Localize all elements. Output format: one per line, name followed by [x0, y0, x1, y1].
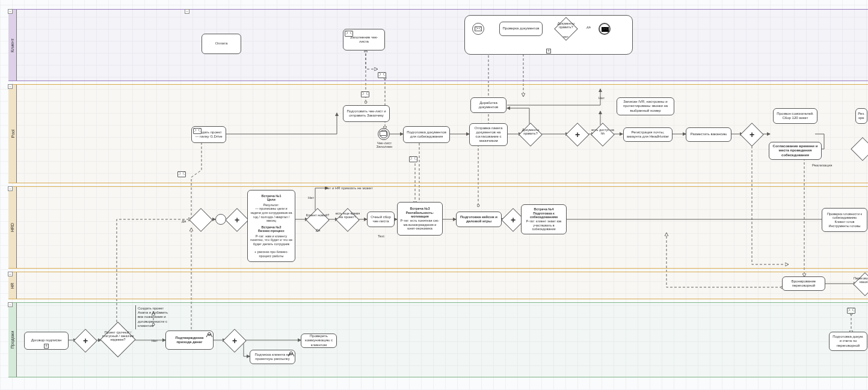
lane-label-hrd: HRD	[10, 223, 14, 232]
task-meeting-4[interactable]: Встреча №4 Подготовка к собеседованиям Р…	[521, 204, 567, 234]
label: Подготовка документов для собеседования	[406, 130, 447, 139]
task-prepare-checklist[interactable]: Подготовить чек-лист и отправить Заказчи…	[343, 105, 390, 122]
meet2-title: Встреча №2 Бизнес-процесс	[258, 225, 285, 233]
task-phone-applicants[interactable]: Прозвон соискателей. Сбор 120 анкет	[773, 108, 817, 124]
task-collect-checklist[interactable]: Очный сбор чек-листа	[367, 212, 395, 227]
label: Проверка готовности к собеседованию Клие…	[825, 212, 864, 228]
task-reg-mail[interactable]: Регистрация почты, аккаунта для HeadHunt…	[623, 127, 673, 142]
task-meeting-3[interactable]: Встреча №3 Рентабельность-мотивация Р-та…	[397, 202, 443, 236]
label: Подготовить чек-лист и отправить Заказчи…	[346, 109, 387, 118]
task-prep-invoice[interactable]: Подготовка докум. и счета по переговорно…	[829, 332, 867, 351]
flow-label-da2: Да	[316, 228, 320, 232]
task-fill-checklist[interactable]: Заполнение чек-листа	[343, 29, 385, 50]
lane-header-client[interactable]: Клиент	[8, 10, 17, 81]
task-res[interactable]: Рез. кре	[855, 108, 867, 124]
flow-label-da: Да	[182, 219, 186, 223]
event-label: Чек-лист Заполнен	[373, 141, 396, 148]
label: Создать проект Asana и Добавить все поже…	[138, 306, 168, 328]
meet2-body: Р-тат: нам и клиенту понятно, что будет …	[250, 234, 292, 258]
task-prep-docs[interactable]: Подготовка документов для собеседования	[403, 126, 450, 143]
task-prep-cases[interactable]: Подготовка кейсов и деловой игры	[456, 212, 502, 227]
label: Договор подписан	[31, 338, 62, 343]
meet4-body: Р-тат: клиент знает как участвовать в со…	[524, 219, 564, 231]
flow-label-net: Нет	[308, 196, 314, 200]
user-icon	[206, 332, 211, 337]
lane-label-hr: HR	[10, 282, 14, 288]
label: Оплата	[215, 41, 228, 46]
message-icon	[345, 31, 353, 37]
lane-header-hrd[interactable]: HRD	[8, 187, 17, 268]
task-post-vacancy[interactable]: Разместить вакансию	[686, 127, 731, 142]
task-book-room[interactable]: Бронирование переговорной	[782, 276, 825, 291]
lane-toggle-hrd[interactable]: −	[8, 186, 13, 191]
subprocess-marker-icon: +	[546, 49, 551, 53]
flow-label-net-hr: Нет и HR приехать не может	[325, 186, 391, 190]
lane-toggle-hr[interactable]: −	[8, 272, 13, 276]
task-send-package[interactable]: Отправка пакета документов на согласован…	[469, 123, 508, 146]
plus-icon: +	[744, 127, 760, 142]
envelope-icon	[380, 131, 387, 136]
label: Отправка пакета документов на согласован…	[472, 126, 505, 144]
label: Очный сбор чек-листа	[370, 215, 392, 224]
label: Регистрация почты, аккаунта для HeadHunt…	[626, 130, 669, 139]
task-ivr[interactable]: Записан IVR, настроены и протестированы …	[617, 97, 674, 115]
label: Подготовка докум. и счета по переговорно…	[832, 335, 864, 348]
message-icon	[177, 171, 186, 177]
label: Бронирование переговорной	[785, 279, 822, 288]
plus-icon: +	[570, 127, 585, 142]
lane-label-client: Клиент	[10, 38, 14, 52]
label: Прозвон соискателей. Сбор 120 анкет	[776, 112, 814, 120]
lane-label-sales: Продажи	[10, 331, 14, 349]
task-create-project[interactable]: Создать проект — папку G.Drive	[191, 126, 226, 143]
message-icon	[193, 128, 202, 134]
lane-toggle-client[interactable]: −	[8, 9, 13, 14]
lane-header-pool[interactable]: Pool	[8, 85, 17, 183]
event-checklist[interactable]	[378, 128, 390, 140]
task-check-comm[interactable]: Проверить коммуникацию с клиентом	[301, 334, 337, 348]
task-rework-docs[interactable]: Доработка документов	[470, 97, 506, 113]
task-agree-time[interactable]: Согласование времени и места проведения …	[769, 142, 822, 160]
gateway-label-pool-docs: Документы править?	[518, 128, 543, 135]
label: Проверка документов	[503, 26, 540, 31]
meet1-body: Результат: — прописаны цели и задачи для…	[250, 203, 292, 223]
message-icon	[361, 91, 369, 97]
meet4-title: Встреча №4 Подготовка к собеседованиям	[524, 207, 564, 219]
task-payment[interactable]: Оплата	[202, 34, 241, 54]
flow-label-yes: да	[586, 25, 591, 29]
label: Записан IVR, настроены и протестированы …	[620, 100, 671, 113]
envelope-icon	[475, 26, 482, 31]
gateway-label-hh: есть доступ на hh	[591, 128, 615, 135]
task-meetings-1-2[interactable]: Встреча №1 Цели Результат: — прописаны ц…	[247, 190, 295, 262]
plus-icon: +	[227, 333, 242, 349]
end-event-msg[interactable]	[599, 23, 611, 35]
task-contract[interactable]: Договор подписан +	[24, 332, 69, 350]
message-icon	[409, 156, 417, 162]
message-icon	[378, 72, 386, 78]
label: Разместить вакансию	[691, 132, 727, 136]
label-client-new: Клиент новый?	[306, 213, 330, 217]
meet1-title: Встреча №1 Цели	[262, 194, 282, 202]
subprocess-client-docs[interactable]: +	[464, 15, 633, 55]
pool-toggle-client[interactable]: −	[185, 9, 189, 14]
start-event-msg[interactable]	[472, 23, 484, 35]
lane-toggle-pool[interactable]: −	[8, 84, 13, 89]
label-room-ours: Переговорная наша?	[851, 276, 868, 284]
task-check-docs[interactable]: Проверка документов	[499, 22, 543, 36]
label: Рез. кре	[858, 112, 864, 120]
task-subscribe[interactable]: Подписка клиента на проектную рассылку	[250, 350, 295, 364]
label: Подготовка кейсов и деловой игры	[459, 215, 499, 224]
flow-label-net: Нет	[599, 96, 605, 100]
lane-toggle-sales[interactable]: −	[8, 302, 13, 307]
flow-label-net-sales: Нет	[152, 339, 158, 343]
lane-hr: HR −	[8, 272, 868, 299]
label: Согласование времени и места проведения …	[772, 144, 819, 157]
subprocess-marker-icon: +	[44, 344, 49, 349]
task-confirm-money[interactable]: Подтверждение прихода денег	[165, 331, 214, 350]
lane-header-sales[interactable]: Продажи	[8, 303, 17, 377]
label: Подписка клиента на проектную рассылку	[253, 353, 292, 361]
label: Доработка документов	[473, 101, 503, 109]
user-icon	[288, 352, 293, 356]
bpmn-canvas[interactable]: Клиент − − Оплата Заполнение чек-листа +…	[0, 0, 868, 390]
task-readiness[interactable]: Проверка готовности к собеседованию Клие…	[822, 208, 867, 232]
plus-icon: +	[229, 212, 245, 228]
